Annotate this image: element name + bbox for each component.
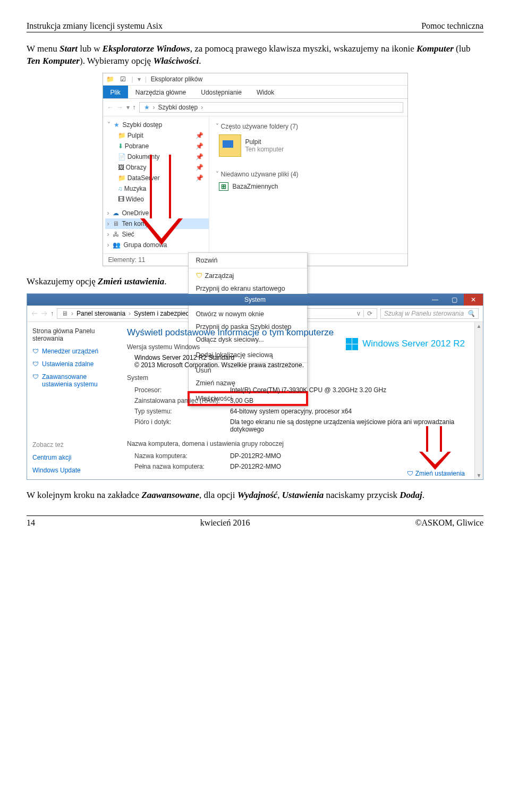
pin-icon: 📌: [196, 164, 203, 171]
star-icon: [144, 104, 150, 111]
desktop-folder-icon: [219, 134, 241, 157]
menu-item[interactable]: Rozwiń: [189, 254, 307, 267]
page-heading: Wyświetl podstawowe informacje o tym kom…: [127, 327, 466, 338]
menu-item[interactable]: Otwórz w nowym oknie: [189, 308, 307, 320]
main-panel: Wyświetl podstawowe informacje o tym kom…: [123, 322, 474, 479]
nav-thispc[interactable]: Ten komputer: [105, 218, 209, 229]
nav-item[interactable]: Wideo: [105, 194, 209, 205]
scroll-up-icon[interactable]: ▲: [475, 322, 483, 330]
folder-tile[interactable]: Pulpit Ten komputer: [219, 134, 401, 157]
shield-icon: 🛡: [32, 360, 39, 368]
pin-icon: 📌: [196, 132, 203, 139]
star-icon: [114, 121, 120, 129]
sidebar-link[interactable]: Centrum akcji: [32, 454, 117, 461]
checkbox-icon: ☑: [119, 75, 128, 83]
pc-icon: [113, 220, 119, 227]
nav-pane: Szybki dostęp Pulpit📌 Pobrane📌 Dokumenty…: [103, 116, 209, 253]
sidebar-seealso: Zobacz też: [32, 441, 117, 449]
nav-homegroup[interactable]: Grupa domowa: [124, 241, 167, 249]
nav-up-icon[interactable]: ↑: [133, 104, 136, 111]
pin-icon: 📌: [196, 142, 203, 150]
header-right: Pomoc techniczna: [421, 21, 483, 31]
header-left: Instrukcja zmiany licencji systemu Asix: [27, 21, 163, 31]
tab-file[interactable]: Plik: [103, 86, 128, 98]
window-title: System: [244, 296, 266, 303]
nav-fwd-icon[interactable]: →: [117, 104, 123, 111]
section-computername: Nazwa komputera, domena i ustawienia gru…: [127, 440, 466, 447]
nav-up-icon[interactable]: ↑: [50, 310, 54, 317]
minimize-button[interactable]: —: [426, 294, 445, 306]
menu-item[interactable]: 🛡Zarządzaj: [189, 269, 307, 282]
shield-icon: 🛡: [32, 348, 39, 355]
excel-icon: [219, 182, 228, 191]
value-cpu: Intel(R) Core(TM) i7-3930K CPU @ 3.20GHz…: [230, 386, 466, 394]
tab-home[interactable]: Narzędzia główne: [128, 86, 193, 98]
address-bar[interactable]: Szybki dostęp: [139, 102, 403, 113]
nav-item[interactable]: Dokumenty📌: [105, 151, 209, 162]
shield-icon: 🛡: [196, 272, 203, 280]
sidebar-link[interactable]: 🛡Ustawienia zdalne: [32, 360, 117, 368]
tab-view[interactable]: Widok: [249, 86, 282, 98]
search-icon: 🔍: [467, 310, 475, 317]
close-button[interactable]: ✕: [464, 294, 483, 306]
cloud-icon: [113, 209, 119, 217]
paragraph-3: W kolejnym kroku na zakładce Zaawansowan…: [27, 489, 483, 502]
sidebar-home[interactable]: Strona główna Panelu sterowania: [32, 327, 117, 342]
sidebar-link[interactable]: 🛡Menedżer urządzeń: [32, 348, 117, 355]
windows-logo-icon: [346, 338, 358, 350]
shield-icon: 🛡: [407, 470, 413, 477]
nav-item[interactable]: Pulpit📌: [105, 130, 209, 141]
change-settings-link[interactable]: 🛡Zmień ustawienia: [407, 470, 465, 477]
os-name: Windows Server 2012 R2 Standard: [134, 354, 466, 361]
nav-item[interactable]: DataServer📌: [105, 173, 209, 183]
menu-item[interactable]: Przypnij do ekranu startowego: [189, 282, 307, 295]
footer-copyright: ©ASKOM, Gliwice: [415, 518, 483, 528]
page-number: 14: [27, 518, 35, 528]
sidebar-link[interactable]: 🛡Zaawansowane ustawienia systemu: [32, 373, 117, 388]
pc-icon: [62, 310, 68, 317]
nav-quickaccess[interactable]: Szybki dostęp: [123, 121, 163, 129]
nav-back-icon[interactable]: ←: [107, 104, 114, 111]
red-arrow-annotation: [426, 426, 451, 470]
group-icon: [113, 241, 121, 249]
sidebar: Strona główna Panelu sterowania 🛡Menedże…: [27, 322, 123, 479]
pin-icon: 📌: [196, 174, 203, 182]
nav-back-icon[interactable]: 🡠: [31, 310, 38, 317]
explorer-window: 📁 ☑ | ▾ | Eksplorator plików Plik Narzęd…: [103, 73, 408, 266]
section-system: System: [127, 374, 466, 382]
window-title: Eksplorator plików: [151, 75, 202, 83]
frequent-header: Często używane foldery (7): [221, 123, 298, 130]
search-input[interactable]: Szukaj w Panelu sterowania 🔍: [380, 308, 479, 319]
maximize-button[interactable]: ▢: [445, 294, 464, 306]
copyright: © 2013 Microsoft Corporation. Wszelkie p…: [134, 361, 466, 369]
shield-icon: 🛡: [32, 373, 39, 380]
recent-header: Niedawno używane pliki (4): [221, 171, 299, 178]
tab-share[interactable]: Udostępnianie: [193, 86, 249, 98]
nav-fwd-icon[interactable]: 🡢: [41, 310, 47, 317]
network-icon: [113, 231, 119, 238]
recent-file[interactable]: BazaZmiennych: [219, 182, 401, 191]
nav-onedrive[interactable]: OneDrive: [122, 209, 149, 217]
value-systype: 64-bitowy system operacyjny, procesor x6…: [230, 408, 466, 415]
nav-item[interactable]: Obrazy📌: [105, 162, 209, 173]
nav-item[interactable]: Pobrane📌: [105, 141, 209, 151]
nav-network[interactable]: Sieć: [122, 231, 134, 238]
windows-brand: Windows Server 2012 R2: [346, 338, 465, 350]
folder-icon: 📁: [106, 75, 115, 83]
pin-icon: 📌: [196, 153, 203, 160]
paragraph-1: W menu Start lub w Eksploratorze Windows…: [27, 43, 483, 67]
nav-item[interactable]: Muzyka: [105, 183, 209, 194]
scroll-down-icon[interactable]: ▼: [475, 471, 483, 479]
value-ram: 3,00 GB: [230, 397, 466, 404]
footer-date: kwiecień 2016: [200, 518, 250, 528]
scrollbar[interactable]: ▲ ▼: [474, 322, 483, 479]
sidebar-link[interactable]: Windows Update: [32, 467, 117, 474]
